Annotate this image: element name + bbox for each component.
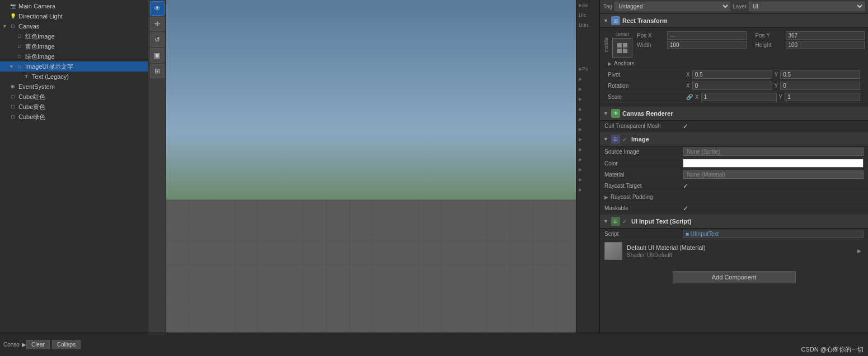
pos-x-row: Pos X (637, 31, 747, 40)
hierarchy-item-red-image[interactable]: □ 红色Image (0, 31, 148, 41)
file-label-pa: Pa (582, 66, 588, 72)
file-item-6[interactable]: ▶ (576, 124, 599, 134)
icon-canvas: □ (9, 22, 17, 30)
tool-btn-move[interactable]: 👁 (150, 1, 165, 16)
material-thumb[interactable] (604, 242, 622, 260)
hierarchy-item-event-system[interactable]: ⊕ EventSystem (0, 82, 148, 92)
file-item-as[interactable]: ▶ As (576, 0, 599, 10)
tool-btn-all[interactable]: ⊞ (150, 64, 165, 78)
file-item-7[interactable]: ▶ (576, 134, 599, 144)
rect-transform-header[interactable]: ▼ ⊞ Rect Transform (600, 14, 868, 28)
label-event-system: EventSystem (18, 83, 55, 90)
anchor-label: center (615, 31, 629, 37)
hierarchy-item-yellow-image[interactable]: □ 黄色Image (0, 41, 148, 51)
tool-btn-rect[interactable]: ▣ (150, 48, 165, 63)
pivot-y-input[interactable] (780, 70, 860, 79)
file-item-4[interactable]: ▶ (576, 104, 599, 114)
scale-x-label: X (695, 94, 699, 100)
collapse-button[interactable]: Collaps (52, 340, 81, 349)
color-bar[interactable] (683, 159, 864, 168)
rect-transform-title: Rect Transform (622, 17, 668, 24)
ui-input-text-header[interactable]: ▼ ⊡ ✓ UI Input Text (Script) (600, 215, 868, 229)
hierarchy-item-green-image[interactable]: □ 绿色Image (0, 51, 148, 61)
pivot-row: Pivot X Y (603, 69, 865, 80)
file-item-1[interactable]: ▶ (576, 74, 599, 84)
hierarchy-item-canvas[interactable]: ▼ □ Canvas (0, 21, 148, 31)
pivot-x-input[interactable] (692, 70, 772, 79)
tag-layer-bar: Tag Untagged Layer UI (600, 0, 868, 13)
source-image-value[interactable]: None (Sprite) (683, 148, 864, 156)
hierarchy-item-text-legacy[interactable]: T Text (Legacy) (0, 72, 148, 82)
hierarchy-item-directional-light[interactable]: 💡 Directional Light (0, 11, 148, 21)
scale-y-input[interactable] (785, 93, 860, 101)
file-item-pa[interactable]: ▶ Pa (576, 64, 599, 74)
label-cube-yellow: Cube黄色 (18, 103, 45, 111)
inspector-content: ▼ ⊞ Rect Transform middle center (600, 13, 868, 333)
layer-select[interactable]: UI (749, 2, 865, 11)
script-value[interactable]: ■ UIInputText (683, 230, 864, 238)
pos-y-input[interactable] (786, 31, 865, 40)
label-cube-red: Cube红色 (18, 93, 45, 101)
file-item-10[interactable]: ▶ (576, 164, 599, 174)
hierarchy-item-imageui[interactable]: ▼ □ ImageUI显示文字 (0, 61, 148, 72)
collapse-arrow-canvas-renderer: ▼ (603, 111, 609, 116)
arrow-canvas: ▼ (2, 23, 9, 29)
scale-x-input[interactable] (701, 93, 777, 101)
file-item-9[interactable]: ▶ (576, 154, 599, 164)
rotation-row: Rotation X Y (603, 80, 865, 92)
scale-row: Scale 🔗 X Y (603, 92, 865, 103)
ui-input-enabled-check[interactable]: ✓ (622, 219, 627, 225)
file-item-uiin[interactable]: UIIn (576, 20, 599, 30)
anchor-box[interactable] (612, 38, 632, 58)
raycast-padding-arrow: ▶ (604, 194, 608, 200)
image-enabled-check[interactable]: ✓ (622, 136, 627, 143)
rotation-label: Rotation (608, 83, 686, 89)
collapse-arrow-rect: ▼ (603, 18, 609, 23)
hierarchy-item-main-camera[interactable]: 📷 Main Camera (0, 1, 148, 11)
file-panel: ▶ As UIc UIIn ▶ Pa ▶ ▶ ▶ ▶ ▶ ▶ ▶ ▶ ▶ ▶ ▶… (576, 0, 599, 333)
file-item-5[interactable]: ▶ (576, 114, 599, 124)
scene-view (166, 0, 576, 333)
inspector-bottom: Add Component (600, 262, 868, 292)
raycast-target-check: ✓ (683, 182, 688, 190)
label-yellow-image: 黄色Image (25, 42, 55, 51)
material-value[interactable]: None (Material) (683, 170, 864, 179)
rot-x-input[interactable] (692, 82, 772, 90)
layer-label: Layer (733, 3, 747, 10)
color-label: Color (604, 160, 683, 167)
tool-btn-rotate[interactable]: ✛ (150, 17, 165, 31)
canvas-renderer-body: Cull Transparent Mesh ✓ (600, 121, 868, 132)
material-item-row: Default UI Material (Material) Shader UI… (600, 240, 868, 262)
image-body: Source Image None (Sprite) Color Materia… (600, 146, 868, 214)
hierarchy-item-cube-yellow[interactable]: □ Cube黄色 (0, 102, 148, 112)
width-input[interactable] (667, 41, 747, 49)
clear-button[interactable]: Clear (26, 340, 50, 349)
file-item-8[interactable]: ▶ (576, 144, 599, 154)
pos-x-input[interactable] (667, 31, 747, 40)
file-item-11[interactable]: ▶ (576, 174, 599, 184)
maskable-check: ✓ (683, 205, 688, 212)
tool-btn-scale[interactable]: ↺ (150, 32, 165, 47)
file-item-2[interactable]: ▶ (576, 84, 599, 94)
icon-text-legacy: T (22, 73, 30, 80)
hierarchy-item-cube-green[interactable]: □ Cube绿色 (0, 112, 148, 122)
file-item-3[interactable]: ▶ (576, 94, 599, 104)
raycast-target-label: Raycast Target (604, 183, 683, 189)
add-component-button[interactable]: Add Component (673, 271, 796, 283)
console-options-icon: ▶ (22, 341, 26, 348)
rot-y-input[interactable] (780, 82, 860, 90)
file-item-uic[interactable]: UIc (576, 10, 599, 20)
middle-label: middle (603, 37, 609, 53)
tag-select[interactable]: Untagged (614, 2, 730, 11)
hierarchy-panel: 📷 Main Camera 💡 Directional Light ▼ □ Ca… (0, 0, 148, 333)
canvas-renderer-header[interactable]: ▼ 👁 Canvas Renderer (600, 107, 868, 121)
icon-green-image: □ (16, 53, 24, 60)
hierarchy-item-cube-red[interactable]: □ Cube红色 (0, 92, 148, 102)
height-input[interactable] (786, 41, 865, 49)
csdn-watermark: CSDN @心疼你的一切 (801, 345, 864, 354)
file-label-uic: UIc (579, 12, 587, 18)
file-item-12[interactable]: ▶ (576, 184, 599, 194)
image-header[interactable]: ▼ ⊡ ✓ Image (600, 132, 868, 146)
rot-y-label: Y (775, 83, 778, 89)
material-row: Material None (Material) (600, 169, 868, 181)
